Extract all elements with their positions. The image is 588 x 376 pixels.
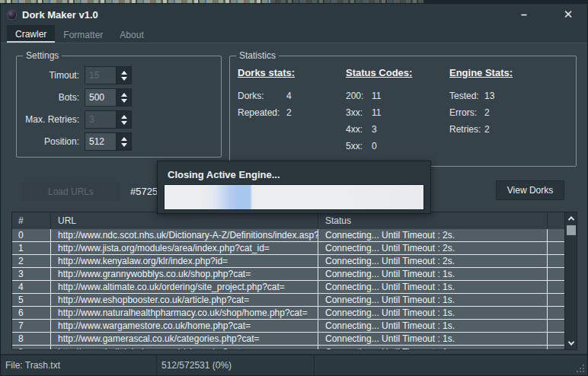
tab-about[interactable]: About — [111, 25, 152, 43]
row-url: http://www.wargamestore.co.uk/home.php?c… — [51, 320, 318, 332]
row-index: 4 — [12, 281, 51, 293]
titlebar: Dork Maker v1.0 – ✕ — [1, 4, 587, 25]
scrollbar-thumb[interactable] — [567, 225, 576, 235]
row-extra — [548, 281, 564, 293]
marquee-progressbar — [164, 184, 424, 210]
scroll-down-button[interactable] — [565, 337, 577, 349]
row-url: http://www.jista.org/modules/area/index.… — [51, 242, 318, 254]
close-icon: ✕ — [564, 8, 574, 21]
column-header-status[interactable]: Status — [318, 212, 548, 229]
table-scrollbar[interactable] — [564, 212, 577, 349]
scroll-up-button[interactable] — [565, 212, 577, 225]
table-row[interactable]: 0http://www.ndc.scot.nhs.uk/Dictionary-A… — [12, 229, 564, 242]
stat-row: Retries:2 — [449, 121, 513, 138]
setting-row-position: Position:512 — [17, 132, 221, 151]
stat-value: 4 — [286, 91, 292, 101]
resize-grip-icon[interactable] — [577, 365, 584, 372]
spin-up-icon[interactable] — [121, 93, 127, 97]
timeout-value: 15 — [85, 67, 116, 84]
table-row[interactable]: 1http://www.jista.org/modules/area/index… — [12, 242, 564, 255]
stat-value: 11 — [372, 107, 381, 118]
spin-down-icon[interactable] — [121, 143, 127, 147]
position-label: Position: — [17, 136, 79, 147]
stat-value: 13 — [484, 91, 494, 101]
table-row[interactable]: 8http://www.gamerascal.co.uk/categories.… — [12, 333, 564, 346]
table-row[interactable]: 5http://www.eshopbooster.co.uk/article.p… — [12, 294, 564, 307]
position-spinner[interactable]: 512 — [85, 132, 132, 151]
table-row[interactable]: 7http://www.wargamestore.co.uk/home.php?… — [12, 320, 564, 333]
position-spin-buttons[interactable] — [116, 133, 131, 150]
stat-label: Retries: — [449, 124, 484, 135]
stat-row: 200:11 — [346, 88, 412, 104]
settings-group: Settings Timout:15Bots:500Max. Retries:3… — [16, 56, 222, 158]
table-row[interactable]: 6http://www.naturalhealthpharmacy.co.uk/… — [12, 307, 564, 320]
table-row[interactable]: 4http://www.altimate.co.uk/ordering/site… — [12, 281, 564, 294]
row-url: http://www.kenyalaw.org/klr/index.php?id… — [51, 255, 318, 267]
statusbar-progress-label: 512/572531 (0%) — [161, 360, 232, 371]
row-extra — [548, 255, 564, 267]
table-row-partial[interactable]: 9http://www.thelittlebakery.co.uk/shop.p… — [12, 346, 564, 349]
row-extra — [548, 346, 564, 349]
spin-up-icon — [121, 115, 127, 119]
spin-up-icon[interactable] — [121, 137, 127, 141]
row-status: Connecting... Until Timeout : 2s. — [318, 255, 548, 267]
row-index: 6 — [12, 307, 51, 319]
statistics-group-title: Statistics — [236, 50, 279, 61]
view-dorks-button[interactable]: View Dorks — [496, 180, 564, 200]
column-header-extra — [548, 212, 564, 229]
statusbar-file-label: File: Trash.txt — [5, 360, 60, 371]
tab-formatter[interactable]: Formatter — [55, 25, 111, 43]
table-row[interactable]: 3http://www.grannywobblys.co.uk/shop.php… — [12, 268, 564, 281]
max-retries-spinner: 3 — [85, 110, 132, 129]
stat-row: Repeated:2 — [238, 104, 295, 121]
settings-group-title: Settings — [23, 50, 62, 61]
app-icon — [8, 11, 16, 19]
row-status: Connecting... Until Timeout : 1s. — [318, 281, 548, 293]
statusbar-file: File: Trash.txt — [1, 355, 157, 375]
row-url: http://www.thelittlebakery.co.uk/shop.ph… — [51, 346, 318, 349]
stat-label: Tested: — [449, 91, 484, 101]
closing-engine-dialog: Closing Active Engine... — [157, 161, 431, 214]
row-index: 7 — [12, 320, 51, 332]
url-table: #URLStatus0http://www.ndc.scot.nhs.uk/Di… — [11, 212, 577, 350]
row-status: Connecting... Until Timeout : 1s. — [318, 333, 548, 345]
row-index: 3 — [12, 268, 51, 280]
minimize-button[interactable]: – — [511, 4, 537, 25]
app-window: Dork Maker v1.0 – ✕ CrawlerFormatterAbou… — [0, 3, 588, 376]
tab-crawler[interactable]: Crawler — [7, 25, 55, 43]
bots-value[interactable]: 500 — [85, 89, 116, 106]
bots-spin-buttons[interactable] — [116, 89, 131, 106]
stat-row: 5xx:0 — [346, 138, 412, 155]
stat-label: Errors: — [449, 107, 484, 118]
window-title: Dork Maker v1.0 — [22, 9, 98, 21]
load-urls-label: Load URLs — [48, 186, 94, 197]
spin-up-icon — [121, 71, 127, 75]
close-button[interactable]: ✕ — [555, 4, 581, 25]
status-codes-header: Status Codes: — [346, 67, 412, 78]
stat-label: 5xx: — [346, 141, 372, 151]
row-url: http://www.eshopbooster.co.uk/article.ph… — [51, 294, 318, 306]
row-index: 9 — [12, 346, 51, 349]
timeout-label: Timout: — [17, 70, 79, 81]
column-header-url[interactable]: URL — [51, 212, 318, 229]
row-extra — [548, 333, 564, 345]
minimize-icon: – — [521, 8, 527, 21]
stat-value: 0 — [372, 141, 377, 151]
column-header-index[interactable]: # — [12, 212, 51, 229]
stat-label: 4xx: — [346, 124, 372, 135]
row-extra — [548, 320, 564, 332]
row-status: Connecting... Until Timeout : 2s. — [318, 229, 548, 241]
table-row[interactable]: 2http://www.kenyalaw.org/klr/index.php?i… — [12, 255, 564, 268]
row-status: Connecting... Until Timeout : 1s. — [318, 268, 548, 280]
row-extra — [548, 268, 564, 280]
row-extra — [548, 307, 564, 319]
max-retries-spin-buttons — [116, 111, 131, 128]
position-value[interactable]: 512 — [85, 133, 116, 150]
stat-label: 200: — [346, 91, 372, 101]
statistics-group: Statistics Dorks stats:Dorks:4Repeated:2… — [229, 56, 577, 167]
spin-down-icon[interactable] — [121, 99, 127, 103]
engine-stats-header: Engine Stats: — [449, 67, 513, 78]
row-url: http://www.ndc.scot.nhs.uk/Dictionary-A-… — [51, 229, 318, 241]
row-index: 8 — [12, 333, 51, 345]
bots-spinner[interactable]: 500 — [85, 88, 132, 107]
